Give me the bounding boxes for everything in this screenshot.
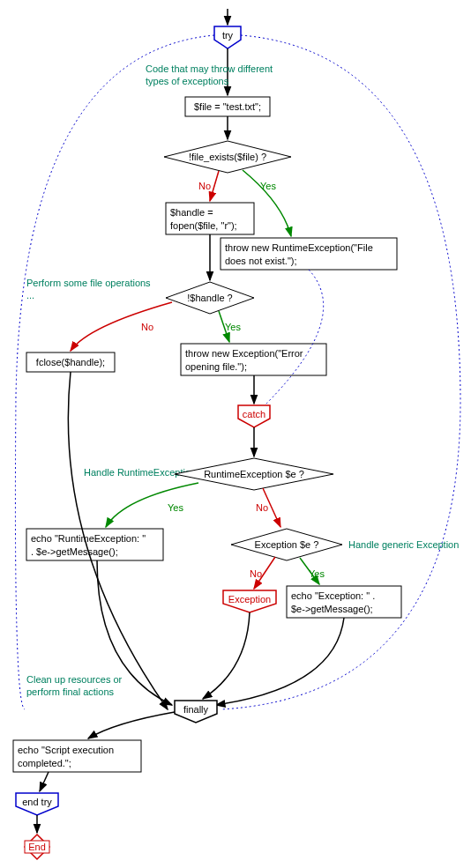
comment-code2: types of exceptions [146,76,229,86]
end-label: End [28,842,46,852]
yes-label: Yes [260,181,276,191]
edge [88,712,175,738]
echo-exception-label1: echo "Exception: " . [291,590,375,601]
throw-runtime-label1: throw new RuntimeException("File [225,242,373,253]
no-label: No [256,502,268,513]
try-label: try [222,30,234,41]
handle-label: !$handle ? [187,293,232,303]
file-exists-label: !file_exists($file) ? [189,152,266,162]
flowchart: try Code that may throw different types … [0,0,471,868]
edge-yes [106,483,198,527]
comment-cleanup2: perform final actions [26,686,115,697]
assign-file-label: $file = "test.txt"; [194,101,261,112]
comment-ops2: ... [26,290,34,300]
exception-path [265,270,324,405]
exception-decision-label: Exception $e ? [255,539,319,550]
no-label: No [198,181,211,191]
edge-no [71,302,172,351]
throw-runtime-label2: does not exist."); [225,256,297,266]
yes-label: Yes [309,568,325,579]
throw-exception-label1: throw new Exception("Error [185,348,303,359]
throw-exception-label2: opening file."); [185,361,247,372]
comment-cleanup: Clean up resources or [26,674,123,685]
catch-label: catch [243,409,265,419]
fopen-label2: fopen($file, "r"); [170,220,237,231]
echo-runtime-label1: echo "RuntimeException: " [31,533,146,544]
edge [40,772,49,791]
echo-completed-label1: echo "Script execution [18,745,114,755]
comment-runtime: Handle RuntimeException [84,467,196,478]
echo-runtime-label2: . $e->getMessage(); [31,546,118,557]
fopen-label1: $handle = [170,207,213,218]
echo-completed-label2: completed."; [18,758,71,768]
fclose-label: fclose($handle); [36,357,105,367]
no-label: No [250,568,262,579]
runtime-label: RuntimeException $e ? [204,469,304,479]
comment-code: Code that may throw different [146,63,273,74]
endtry-label: end try [22,797,52,807]
no-label: No [141,322,153,332]
yes-label: Yes [168,502,183,513]
edge [216,618,344,705]
yes-label: Yes [225,322,241,332]
comment-ops: Perform some file operations [26,278,151,288]
exception-terminal-label: Exception [228,594,271,605]
echo-exception-label2: $e->getMessage(); [291,604,373,614]
comment-generic: Handle generic Exception [348,539,459,550]
finally-label: finally [183,704,209,715]
edge [203,612,250,699]
edge-no [210,171,219,201]
